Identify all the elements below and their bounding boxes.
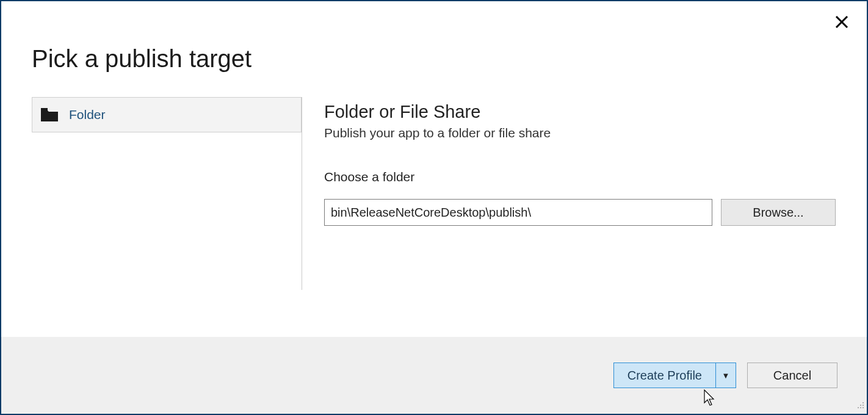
create-profile-button[interactable]: Create Profile [613,363,715,388]
target-item-folder[interactable]: Folder [32,97,302,132]
svg-rect-2 [41,108,48,110]
close-icon [835,13,848,32]
folder-icon [41,108,58,121]
folder-field-label: Choose a folder [324,170,836,184]
browse-button[interactable]: Browse... [721,199,836,226]
chevron-down-icon: ▼ [722,371,730,380]
cancel-button[interactable]: Cancel [747,363,837,388]
target-item-label: Folder [69,107,106,122]
publish-target-dialog: Pick a publish target Folder Folder or F… [0,0,868,415]
dialog-title: Pick a publish target [32,45,836,73]
dialog-footer: Create Profile ▼ Cancel [1,337,867,414]
vertical-divider [302,97,302,290]
details-subheading: Publish your app to a folder or file sha… [324,126,836,140]
target-list: Folder [32,97,302,290]
create-profile-dropdown-toggle[interactable]: ▼ [715,363,736,388]
details-heading: Folder or File Share [324,102,836,122]
create-profile-split-button: Create Profile ▼ [613,363,736,388]
close-button[interactable] [835,15,848,32]
folder-path-input[interactable] [324,199,712,226]
target-details: Folder or File Share Publish your app to… [324,97,836,290]
